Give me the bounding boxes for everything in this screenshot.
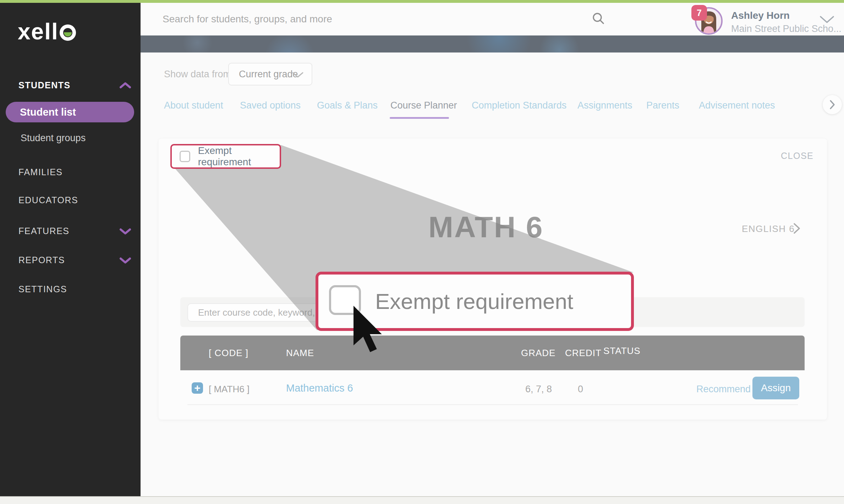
exempt-checkbox-label: Exempt requirement	[198, 145, 280, 168]
col-credit: CREDIT	[565, 348, 602, 359]
active-tab-underline	[390, 117, 449, 119]
exempt-checkbox[interactable]	[180, 151, 190, 162]
col-grade: GRADE	[521, 348, 555, 359]
tab-about-student[interactable]: About student	[164, 100, 223, 111]
table-row: + [ MATH6 ] Mathematics 6 6, 7, 8 0 Reco…	[180, 370, 805, 404]
top-accent-bar	[0, 0, 844, 3]
window-bottom-edge	[0, 496, 844, 504]
chevron-down-icon	[292, 71, 304, 78]
xello-logo[interactable]: xell	[18, 18, 76, 45]
assign-button[interactable]: Assign	[752, 377, 799, 399]
chevron-right-icon[interactable]	[792, 222, 801, 235]
tab-advisement-notes[interactable]: Advisement notes	[699, 100, 775, 111]
expand-row-icon[interactable]: +	[192, 382, 203, 394]
tab-parents[interactable]: Parents	[646, 100, 679, 111]
course-table-header: [ CODE ] NAME GRADE CREDIT STATUS	[180, 336, 805, 370]
sidebar-item-families[interactable]: FAMILIES	[18, 167, 63, 177]
exempt-callout-label: Exempt requirement	[375, 289, 573, 314]
show-data-label: Show data from	[164, 69, 231, 80]
sidebar: xell STUDENTS Student list Student group…	[0, 3, 141, 496]
sidebar-item-features[interactable]: FEATURES	[18, 226, 70, 236]
sidebar-item-students[interactable]: STUDENTS	[18, 80, 71, 90]
tab-course-planner[interactable]: Course Planner	[390, 100, 457, 111]
chevron-down-icon[interactable]	[119, 256, 131, 264]
course-name-link[interactable]: Mathematics 6	[286, 382, 353, 394]
search-icon[interactable]	[591, 11, 605, 26]
chevron-down-icon[interactable]	[819, 15, 835, 24]
tab-assignments[interactable]: Assignments	[577, 100, 632, 111]
col-code: [ CODE ]	[209, 348, 248, 359]
sidebar-item-educators[interactable]: EDUCATORS	[18, 195, 78, 205]
grade-dropdown-value: Current grade	[239, 69, 298, 80]
chevron-up-icon[interactable]	[119, 82, 131, 89]
next-course-label[interactable]: ENGLISH 6	[742, 223, 795, 234]
tab-goals-plans[interactable]: Goals & Plans	[317, 100, 378, 111]
user-name[interactable]: Ashley Horn	[731, 10, 790, 21]
app-window: xell STUDENTS Student list Student group…	[0, 0, 844, 504]
tab-saved-options[interactable]: Saved options	[240, 100, 301, 111]
tab-completion-standards[interactable]: Completion Standards	[472, 100, 566, 111]
exempt-requirement-checkbox-highlight: Exempt requirement	[170, 144, 281, 169]
logo-o-icon	[60, 24, 76, 41]
course-subject-heading: MATH 6	[428, 210, 543, 244]
mouse-cursor-icon	[354, 306, 386, 354]
recommend-link[interactable]: Recommend	[696, 384, 751, 395]
logo-text: xell	[18, 18, 59, 45]
tabs-scroll-right-button[interactable]	[823, 95, 842, 114]
col-name: NAME	[286, 348, 314, 359]
sidebar-item-settings[interactable]: SETTINGS	[18, 284, 67, 294]
course-grades: 6, 7, 8	[525, 384, 552, 395]
course-code: [ MATH6 ]	[209, 384, 250, 395]
user-organization: Main Street Public Scho...	[731, 23, 842, 34]
sidebar-item-reports[interactable]: REPORTS	[18, 255, 65, 265]
col-status: STATUS	[603, 345, 641, 356]
sidebar-item-student-groups[interactable]: Student groups	[21, 133, 86, 144]
sidebar-item-student-list[interactable]: Student list	[6, 102, 134, 122]
tab-label: Course Planner	[390, 100, 457, 111]
chevron-down-icon[interactable]	[119, 227, 131, 235]
sidebar-item-label: Student list	[20, 106, 76, 118]
chevron-right-icon	[829, 99, 836, 110]
global-search-input[interactable]	[162, 9, 581, 29]
top-bar: 7 Ashley Horn Main Street Public Scho...	[141, 3, 844, 35]
notification-badge[interactable]: 7	[691, 5, 707, 21]
close-button[interactable]: CLOSE	[781, 151, 813, 161]
header-banner-image	[141, 35, 844, 52]
course-credit: 0	[578, 384, 583, 395]
grade-dropdown[interactable]: Current grade	[228, 63, 312, 85]
row-divider	[187, 404, 798, 405]
